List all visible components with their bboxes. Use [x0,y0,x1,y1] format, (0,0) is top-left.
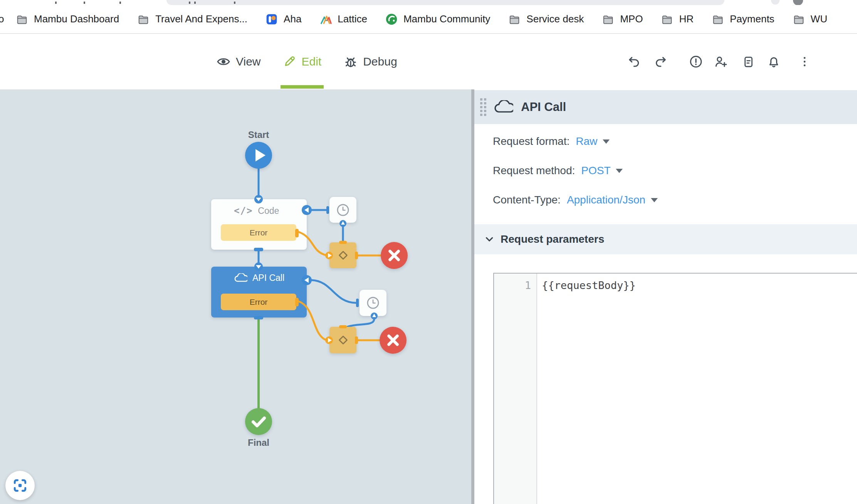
invite-user-button[interactable] [714,55,728,69]
bookmark-wu[interactable]: WU [792,13,827,25]
tab-view-label: View [236,55,260,68]
folder-icon [508,13,521,25]
tab-edit[interactable]: Edit [283,34,321,89]
more-menu-button[interactable] [798,55,812,69]
alerts-button[interactable] [689,55,703,69]
request-body-editor[interactable]: 1 {{requestBody}} [493,273,857,504]
bookmark-lattice[interactable]: Lattice [319,13,367,25]
undo-icon [628,55,641,68]
section-title: Request parameters [501,233,604,245]
caret-down-icon[interactable] [616,169,623,173]
undo-button[interactable] [627,55,641,69]
timer-node-1[interactable] [329,197,356,223]
editor-gutter: 1 [494,274,537,504]
toolbar-actions [627,34,812,89]
bookmark-service-desk[interactable]: Service desk [508,13,584,25]
bookmark-mambu-dashboard[interactable]: Mambu Dashboard [15,13,119,25]
request-method-value[interactable]: POST [581,165,610,177]
code-icon: </> [234,205,253,216]
api-error-condition[interactable]: Error [221,294,296,310]
bookmark-mpo[interactable]: MPO [602,13,643,25]
caret-down-icon[interactable] [651,198,658,202]
api-node-title: API Call [252,273,284,283]
tab-view[interactable]: View [217,34,260,89]
code-line: {{requestBody}} [542,278,857,293]
bookmark-travel-expenses[interactable]: Travel And Expens... [137,13,247,25]
avatar [793,0,803,5]
play-icon [255,149,266,161]
redo-button[interactable] [654,55,667,69]
condition-node-2[interactable] [329,327,356,353]
editor-toolbar: View Edit Debug [0,34,857,89]
editor-code-area[interactable]: {{requestBody}} [537,274,857,504]
folder-icon [137,13,150,25]
bookmark-label: MPO [620,13,643,25]
fit-to-screen-button[interactable] [5,471,35,500]
add-user-icon [714,54,728,69]
tab-title-fragment [119,2,121,4]
timer-node-2[interactable] [360,290,386,316]
cloud-icon [494,100,513,114]
request-parameters-section[interactable]: Request parameters [474,224,857,254]
bookmark-label: WU [811,13,827,25]
bookmark-label: Mambu Community [403,13,490,25]
code-node[interactable]: </> Code Error [211,199,307,250]
clock-icon [366,296,380,310]
request-format-row: Request format: Raw [493,134,658,148]
active-tab-underline [281,85,324,89]
x-icon [381,242,408,269]
folder-icon [660,13,674,25]
request-format-label: Request format: [493,135,570,148]
folder-icon [792,13,805,25]
check-icon [245,408,272,435]
tab-title-fragment [234,2,235,4]
aha-logo-icon [265,13,278,25]
mambu-logo-icon [385,13,398,26]
panel-divider[interactable] [471,89,474,504]
kebab-menu-icon [798,55,811,68]
final-node[interactable] [245,408,272,435]
eye-icon [217,55,230,69]
fit-to-screen-icon [13,478,27,493]
bookmark-aha[interactable]: Aha [265,13,301,25]
bookmark-label: HR [679,13,694,25]
reject-node-2[interactable] [380,327,407,354]
drag-handle-icon[interactable] [480,98,486,116]
code-error-condition[interactable]: Error [221,224,296,241]
bookmark-mambu-community[interactable]: Mambu Community [385,13,490,26]
request-format-value[interactable]: Raw [576,135,597,148]
tab-title-fragment [84,2,85,4]
bug-icon [344,55,358,69]
partial-bookmark-label[interactable]: o [0,13,5,25]
start-node[interactable] [245,142,272,169]
process-canvas[interactable]: Start </> Code Error API Call Error [0,89,471,504]
reject-node-1[interactable] [381,242,408,269]
folder-icon [602,13,615,25]
tab-title-fragment [55,2,57,4]
bookmark-payments[interactable]: Payments [711,13,775,25]
bookmark-hr[interactable]: HR [660,13,694,25]
tab-strip-background [166,0,724,5]
chevron-down-icon [484,234,494,244]
bookmark-label: Service desk [526,13,584,25]
notifications-button[interactable] [767,55,781,69]
redo-icon [654,55,667,68]
alert-circle-icon [689,55,703,69]
tab-debug-label: Debug [363,55,397,68]
content-type-value[interactable]: Application/Json [567,194,645,206]
extension-icon [771,0,780,5]
content-type-label: Content-Type: [493,194,561,206]
condition-node-1[interactable] [329,242,356,268]
request-method-row: Request method: POST [493,164,658,178]
diamond-icon [338,250,348,260]
notes-button[interactable] [741,55,755,69]
bookmark-label: Aha [284,13,301,25]
bookmark-label: Payments [730,13,775,25]
tab-debug[interactable]: Debug [344,34,397,89]
caret-down-icon[interactable] [603,139,610,144]
api-call-node[interactable]: API Call Error [211,267,307,318]
browser-tab-strip [0,0,857,5]
notes-icon [742,55,755,68]
bookmark-label: Travel And Expens... [155,13,247,25]
tab-edit-label: Edit [301,55,321,68]
